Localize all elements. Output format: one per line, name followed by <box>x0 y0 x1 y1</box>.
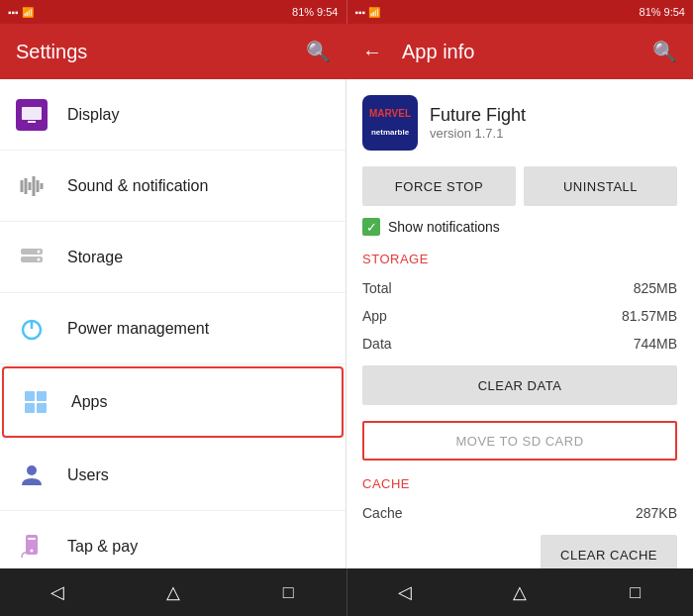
storage-total-value: 825MB <box>634 280 677 296</box>
app-name: Future Fight <box>430 105 526 126</box>
back-button[interactable]: ← <box>362 41 382 63</box>
nav-bar-left: ◁ △ □ <box>0 568 346 616</box>
storage-total-row: Total 825MB <box>362 274 677 302</box>
force-stop-button[interactable]: FORCE STOP <box>362 166 516 206</box>
sidebar-item-apps[interactable]: Apps <box>2 366 344 438</box>
home-nav-button-left[interactable]: △ <box>116 568 232 616</box>
cache-label: Cache <box>362 505 402 521</box>
checkmark-icon: ✓ <box>366 220 377 235</box>
status-info-left: 81% 9:54 <box>292 6 338 18</box>
home-nav-icon-right: △ <box>513 581 527 603</box>
storage-data-row: Data 744MB <box>362 330 677 358</box>
home-nav-button-right[interactable]: △ <box>462 568 578 616</box>
time-left: 9:54 <box>317 6 338 18</box>
svg-rect-21 <box>28 538 36 540</box>
show-notifications-label: Show notifications <box>388 219 500 235</box>
back-nav-button-right[interactable]: ◁ <box>347 568 463 616</box>
recent-nav-icon-left: □ <box>283 582 294 603</box>
tap-icon <box>16 531 48 563</box>
status-bar-right: ▪▪▪ 📶 81% 9:54 <box>346 0 694 24</box>
recent-nav-button-left[interactable]: □ <box>231 568 346 616</box>
svg-text:MARVEL: MARVEL <box>369 108 411 119</box>
settings-panel: Display Sound & notification <box>0 79 346 568</box>
marvel-logo: MARVEL netmarble <box>365 97 415 147</box>
move-to-sd-button[interactable]: MOVE TO SD CARD <box>362 421 677 461</box>
svg-point-19 <box>27 465 37 475</box>
power-label: Power management <box>67 320 209 338</box>
storage-svg <box>18 244 46 271</box>
cache-row: Cache 287KB <box>362 499 677 527</box>
back-nav-icon-right: ◁ <box>398 581 412 603</box>
svg-rect-16 <box>37 391 47 401</box>
storage-icon <box>16 242 48 273</box>
svg-rect-18 <box>37 403 47 413</box>
sound-svg <box>18 172 46 200</box>
svg-rect-1 <box>22 107 42 120</box>
appinfo-panel: MARVEL netmarble Future Fight version 1.… <box>346 79 693 568</box>
app-version: version 1.7.1 <box>430 126 526 141</box>
search-icon-right[interactable]: 🔍 <box>652 40 677 63</box>
network-icon: ▪▪▪ <box>8 7 19 18</box>
users-icon <box>16 460 48 491</box>
show-notifications-checkbox[interactable]: ✓ <box>362 218 380 236</box>
display-svg <box>18 101 46 129</box>
sidebar-item-storage[interactable]: Storage <box>0 222 346 293</box>
display-label: Display <box>67 106 119 124</box>
svg-text:netmarble: netmarble <box>371 128 410 137</box>
cache-value: 287KB <box>636 505 677 521</box>
nav-bar-container: ◁ △ □ ◁ △ □ <box>0 568 693 616</box>
appinfo-title: App info <box>402 41 641 63</box>
sidebar-item-power[interactable]: Power management <box>0 293 346 364</box>
time-right: 9:54 <box>664 6 685 18</box>
clear-cache-button[interactable]: CLEAR CACHE <box>541 535 677 568</box>
app-header: MARVEL netmarble Future Fight version 1.… <box>362 95 677 151</box>
apps-label: Apps <box>71 393 107 411</box>
apps-svg <box>22 388 50 416</box>
show-notifications-row[interactable]: ✓ Show notifications <box>362 218 677 236</box>
storage-label: Storage <box>67 249 123 266</box>
storage-section-header: STORAGE <box>362 252 677 266</box>
back-nav-icon-left: ◁ <box>50 581 64 603</box>
status-icons-left: ▪▪▪ 📶 <box>8 7 34 18</box>
storage-total-label: Total <box>362 280 392 296</box>
search-icon-left[interactable]: 🔍 <box>306 40 331 63</box>
sidebar-item-sound[interactable]: Sound & notification <box>0 151 346 222</box>
status-bar-left: ▪▪▪ 📶 81% 9:54 <box>0 0 346 24</box>
svg-rect-23 <box>365 97 415 147</box>
settings-title: Settings <box>16 41 306 63</box>
uninstall-button[interactable]: UNINSTALL <box>524 166 677 206</box>
sidebar-item-display[interactable]: Display <box>0 79 346 151</box>
recent-nav-button-right[interactable]: □ <box>578 568 694 616</box>
toolbar-appinfo: ← App info 🔍 <box>346 24 693 79</box>
action-buttons-row: FORCE STOP UNINSTALL <box>362 166 677 206</box>
svg-rect-15 <box>25 391 35 401</box>
battery-right: 81% <box>640 6 661 18</box>
app-title-block: Future Fight version 1.7.1 <box>430 105 526 141</box>
storage-app-value: 81.57MB <box>622 308 677 324</box>
sidebar-item-tap[interactable]: Tap & pay <box>0 511 346 568</box>
status-icons-right: ▪▪▪ 📶 <box>355 7 381 18</box>
svg-rect-17 <box>25 403 35 413</box>
storage-app-row: App 81.57MB <box>362 302 677 330</box>
sound-icon <box>16 170 48 202</box>
storage-app-label: App <box>362 308 387 324</box>
tap-svg <box>18 533 46 561</box>
battery-left: 81% <box>292 6 314 18</box>
svg-rect-2 <box>28 121 36 123</box>
storage-data-value: 744MB <box>634 336 677 352</box>
storage-data-label: Data <box>362 336 392 352</box>
svg-point-11 <box>38 250 41 253</box>
status-bar-container: ▪▪▪ 📶 81% 9:54 ▪▪▪ 📶 81% 9:54 <box>0 0 693 24</box>
home-nav-icon-left: △ <box>166 581 180 603</box>
display-icon <box>16 99 48 131</box>
clear-data-button[interactable]: CLEAR DATA <box>362 365 677 405</box>
power-svg <box>18 315 46 343</box>
svg-point-12 <box>38 257 41 260</box>
sidebar-item-users[interactable]: Users <box>0 440 346 511</box>
svg-point-22 <box>31 549 34 552</box>
back-nav-button-left[interactable]: ◁ <box>0 568 116 616</box>
wifi-icon: 📶 <box>22 7 34 18</box>
toolbar-settings: Settings 🔍 <box>0 24 346 79</box>
network-icon-right: ▪▪▪ <box>355 7 366 18</box>
wifi-icon-right: 📶 <box>368 7 380 18</box>
